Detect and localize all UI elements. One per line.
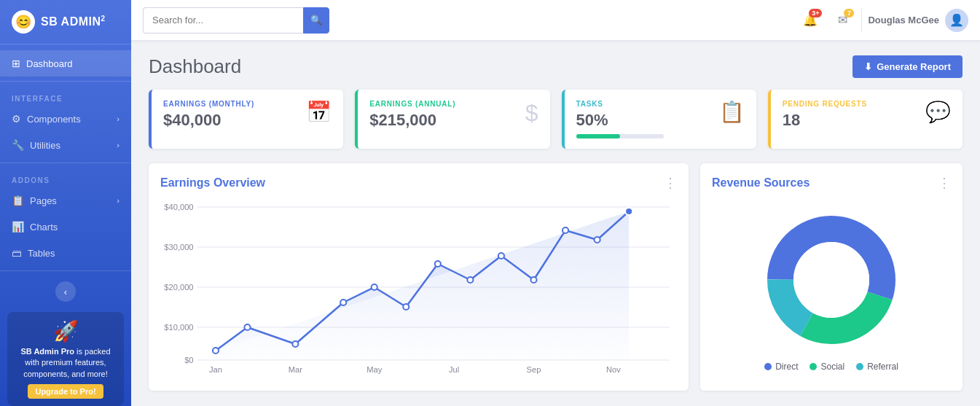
dashboard-icon: ⊞: [12, 58, 20, 69]
svg-text:$20,000: $20,000: [164, 283, 193, 292]
topbar-divider: [861, 9, 862, 32]
charts-row: Earnings Overview ⋮ $40,000 $30,000: [149, 163, 963, 391]
sidebar-item-label: Utilities: [30, 140, 60, 151]
content-area: Dashboard ⬇ Generate Report EARNINGS (MO…: [131, 41, 980, 406]
charts-icon: 📊: [12, 221, 24, 233]
svg-point-18: [213, 348, 219, 354]
brand-logo: 😊: [12, 10, 35, 34]
stat-card-content: PENDING REQUESTS 18: [783, 100, 867, 130]
sidebar: 😊 SB ADMIN2 ⊞ Dashboard INTERFACE ⚙ Comp…: [0, 0, 131, 406]
divider-2: [0, 163, 131, 163]
svg-text:$0: $0: [184, 356, 193, 364]
stat-card-annual-earnings: EARNINGS (ANNUAL) $215,000 $: [355, 90, 549, 149]
stat-card-tasks: TASKS 50% 📋: [562, 90, 756, 149]
chart-options-button[interactable]: ⋮: [664, 175, 677, 191]
content-header: Dashboard ⬇ Generate Report: [149, 55, 963, 78]
alerts-badge: 3+: [809, 9, 822, 17]
stat-card-label: TASKS: [576, 100, 664, 108]
page-title: Dashboard: [149, 55, 241, 78]
svg-text:$30,000: $30,000: [164, 243, 193, 251]
chart-title: Revenue Sources: [712, 176, 810, 190]
svg-text:Nov: Nov: [606, 365, 621, 374]
sidebar-item-charts[interactable]: 📊 Charts: [0, 214, 131, 240]
svg-point-28: [562, 227, 568, 233]
avatar: 👤: [945, 9, 968, 32]
sidebar-item-label: Tables: [28, 248, 55, 259]
message-icon: 💬: [925, 100, 951, 124]
sidebar-item-components[interactable]: ⚙ Components ›: [0, 106, 131, 132]
stat-card-label: PENDING REQUESTS: [783, 100, 867, 108]
brand-name: SB ADMIN2: [41, 15, 106, 28]
pages-icon: 📋: [12, 195, 24, 206]
topbar-right: 🔔 3+ ✉ 7 Douglas McGee 👤: [797, 7, 968, 34]
user-menu[interactable]: Douglas McGee 👤: [868, 9, 968, 32]
svg-point-21: [340, 300, 346, 305]
section-addons: ADDONS: [0, 168, 131, 187]
stat-card-label: EARNINGS (ANNUAL): [369, 100, 455, 108]
svg-point-23: [403, 304, 409, 310]
collapse-sidebar-btn[interactable]: ‹: [55, 281, 76, 302]
svg-point-27: [530, 277, 536, 283]
rocket-icon: 🚀: [15, 319, 117, 343]
stat-card-progress: [576, 134, 664, 138]
sidebar-promo: 🚀 SB Admin Pro is packed with premium fe…: [7, 312, 124, 406]
generate-report-button[interactable]: ⬇ Generate Report: [852, 55, 963, 78]
stat-card-content: EARNINGS (ANNUAL) $215,000: [369, 100, 455, 130]
svg-point-25: [467, 277, 473, 283]
sidebar-brand[interactable]: 😊 SB ADMIN2: [0, 0, 131, 44]
chart-header: Earnings Overview ⋮: [160, 175, 677, 191]
sidebar-item-label: Pages: [30, 195, 57, 206]
direct-dot: [764, 363, 772, 370]
svg-text:Jul: Jul: [449, 365, 459, 374]
line-chart: $40,000 $30,000 $20,000 $10,000 $0 Jan M…: [160, 200, 677, 375]
tables-icon: 🗃: [12, 247, 22, 259]
stat-card-value: 50%: [576, 111, 664, 130]
svg-point-26: [498, 253, 504, 259]
section-interface: INTERFACE: [0, 86, 131, 106]
stat-card-value: $215,000: [369, 111, 455, 130]
revenue-sources-card: Revenue Sources ⋮: [700, 163, 963, 391]
donut-chart: Direct Social Referral: [712, 200, 951, 379]
sidebar-item-pages[interactable]: 📋 Pages ›: [0, 187, 131, 214]
legend-direct: Direct: [764, 362, 798, 372]
sidebar-item-tables[interactable]: 🗃 Tables: [0, 240, 131, 266]
svg-text:May: May: [366, 365, 383, 374]
svg-point-30: [625, 208, 632, 215]
svg-point-19: [244, 324, 250, 330]
donut-svg: [758, 207, 904, 353]
svg-point-29: [595, 237, 600, 243]
referral-dot: [856, 363, 863, 370]
messages-badge: 7: [844, 9, 854, 17]
download-icon: ⬇: [864, 61, 872, 72]
search-input[interactable]: [143, 7, 303, 34]
sidebar-item-dashboard[interactable]: ⊞ Dashboard: [0, 50, 131, 77]
stat-card-monthly-earnings: EARNINGS (MONTHLY) $40,000 📅: [149, 90, 343, 149]
chart-options-button[interactable]: ⋮: [938, 175, 951, 191]
donut-legend: Direct Social Referral: [764, 362, 898, 372]
divider-1: [0, 81, 131, 82]
line-chart-svg: $40,000 $30,000 $20,000 $10,000 $0 Jan M…: [160, 200, 677, 375]
upgrade-button[interactable]: Upgrade to Pro!: [28, 384, 103, 399]
sidebar-item-utilities[interactable]: 🔧 Utilities ›: [0, 132, 131, 158]
earnings-overview-card: Earnings Overview ⋮ $40,000 $30,000: [149, 163, 689, 391]
chevron-right-icon: ›: [117, 141, 119, 149]
svg-point-20: [292, 341, 298, 347]
legend-referral: Referral: [856, 362, 898, 372]
sidebar-nav: ⊞ Dashboard INTERFACE ⚙ Components › 🔧 U…: [0, 44, 131, 406]
promo-text: SB Admin Pro is packed with premium feat…: [15, 346, 117, 380]
sidebar-item-label: Components: [27, 114, 81, 125]
stat-card-value: $40,000: [163, 111, 254, 130]
progress-bar-fill: [576, 134, 620, 138]
legend-label: Social: [820, 362, 844, 372]
stat-card-content: TASKS 50%: [576, 100, 664, 138]
divider-3: [0, 270, 131, 271]
search-button[interactable]: 🔍: [303, 7, 329, 34]
alerts-button[interactable]: 🔔 3+: [797, 7, 823, 34]
sidebar-item-label: Charts: [30, 222, 58, 233]
messages-button[interactable]: ✉ 7: [829, 7, 855, 34]
sidebar-toggle[interactable]: ‹: [0, 276, 131, 308]
progress-bar-bg: [576, 134, 664, 138]
svg-text:Sep: Sep: [527, 365, 541, 374]
svg-point-22: [372, 284, 377, 290]
stat-card-content: EARNINGS (MONTHLY) $40,000: [163, 100, 254, 130]
